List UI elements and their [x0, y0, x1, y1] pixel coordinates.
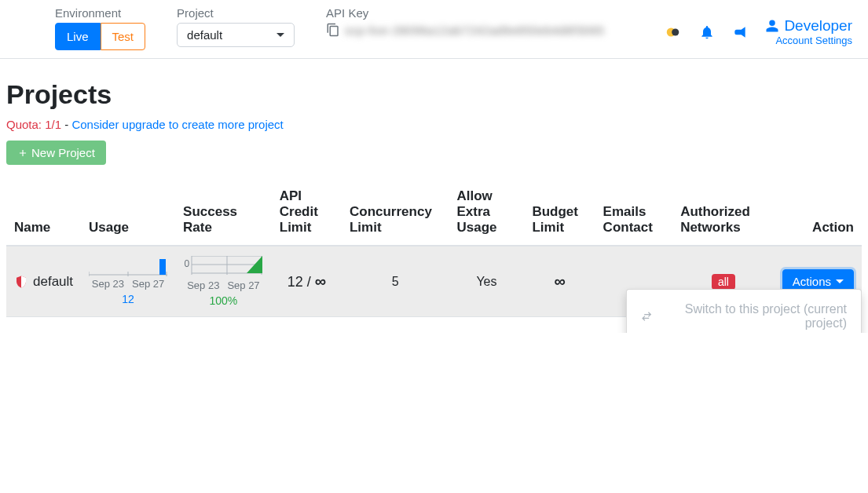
quota-value: Quota: 1/1 [6, 118, 61, 131]
api-limit-sep: / [303, 274, 315, 290]
page-title: Projects [6, 79, 862, 110]
swap-icon [641, 310, 652, 323]
theme-toggle-icon[interactable] [665, 24, 682, 41]
plus-icon [17, 148, 28, 159]
quota-line: Quota: 1/1 - Consider upgrade to create … [6, 118, 862, 131]
apikey-label: API Key [326, 6, 604, 20]
api-limit-total: ∞ [315, 272, 326, 290]
env-button-group: Live Test [55, 23, 145, 50]
col-budget: Budget Limit [524, 179, 595, 246]
projects-table: Name Usage Success Rate API Credit Limit… [6, 179, 862, 317]
usage-cell: Sep 23 Sep 27 12 [89, 257, 167, 305]
success-zero-label: 0 [184, 258, 189, 269]
topbar: Environment Live Test Project default AP… [0, 0, 868, 59]
project-name: default [33, 274, 73, 290]
user-block[interactable]: Developer Account Settings [765, 17, 852, 46]
apikey-group: API Key scp-live-28096a12ab7242ad9e850eb… [326, 6, 604, 37]
actions-dropdown: Switch to this project (current project)… [626, 289, 862, 333]
success-date-end: Sep 27 [227, 279, 259, 291]
allow-extra-value: Yes [476, 275, 496, 288]
apikey-row: scp-live-28096a12ab7242ad9e850eb4d6f3065 [326, 23, 604, 37]
actions-label: Actions [793, 275, 831, 288]
col-emails: Emails Contact [595, 179, 673, 246]
chevron-down-icon [836, 279, 844, 283]
env-test-button[interactable]: Test [101, 23, 146, 50]
project-select[interactable]: default [177, 23, 295, 47]
menu-switch-project: Switch to this project (current project) [627, 296, 861, 333]
api-limit-used: 12 [288, 274, 303, 290]
project-label: Project [177, 6, 295, 20]
usage-date-start: Sep 23 [92, 278, 124, 290]
environment-label: Environment [55, 6, 145, 20]
project-group: Project default [177, 6, 295, 47]
success-date-start: Sep 23 [187, 279, 219, 291]
page-content: Projects Quota: 1/1 - Consider upgrade t… [0, 59, 868, 333]
megaphone-icon[interactable] [732, 24, 748, 40]
col-action: Action [775, 179, 862, 246]
upgrade-link[interactable]: Consider upgrade to create more project [71, 118, 283, 131]
top-right: Developer Account Settings [665, 6, 852, 46]
new-project-label: New Project [31, 146, 95, 159]
svg-rect-6 [159, 259, 166, 275]
user-icon [765, 19, 779, 33]
chevron-down-icon [277, 33, 284, 37]
env-live-button[interactable]: Live [55, 23, 101, 50]
shield-icon [14, 275, 28, 289]
usage-date-end: Sep 27 [132, 278, 164, 290]
user-name: Developer [784, 17, 852, 35]
col-extra-usage: Allow Extra Usage [449, 179, 524, 246]
table-row: default Sep 23 Sep [6, 246, 862, 317]
success-cell: 0 Sep 23 [183, 256, 264, 307]
account-settings-link[interactable]: Account Settings [765, 35, 852, 46]
budget-limit-value: ∞ [554, 272, 565, 290]
col-name: Name [6, 179, 81, 246]
project-selected-value: default [187, 28, 222, 42]
success-value: 100% [209, 294, 237, 307]
quota-sep: - [61, 118, 71, 131]
networks-badge: all [712, 274, 735, 290]
col-usage: Usage [81, 179, 175, 246]
concurrency-value: 5 [392, 275, 399, 288]
apikey-value: scp-live-28096a12ab7242ad9e850eb4d6f3065 [345, 24, 604, 37]
col-networks: Authorized Networks [672, 179, 775, 246]
new-project-button[interactable]: New Project [6, 141, 106, 165]
svg-point-1 [672, 28, 679, 35]
copy-icon[interactable] [326, 23, 340, 37]
bell-icon[interactable] [699, 24, 715, 40]
success-sparkline [184, 256, 262, 275]
usage-sparkline [89, 257, 167, 276]
env-group: Environment Live Test [55, 6, 145, 50]
col-api-limit: API Credit Limit [272, 179, 342, 246]
col-concurrency: Concurrency Limit [342, 179, 449, 246]
col-success-rate: Success Rate [175, 179, 272, 246]
usage-value: 12 [122, 293, 134, 305]
